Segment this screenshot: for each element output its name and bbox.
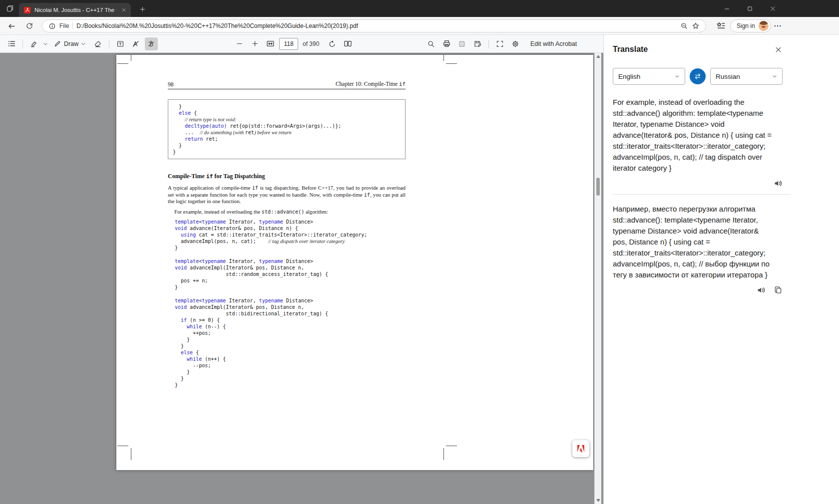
sign-in-button[interactable]: Sign in <box>730 19 771 32</box>
close-icon <box>775 46 782 53</box>
boxed-code-listing: } else { // return type is not void: dec… <box>168 99 406 159</box>
maximize-button[interactable] <box>738 0 761 17</box>
pdf-viewer[interactable]: 98 Chapter 10: Compile-Time if } else { … <box>0 53 603 504</box>
minus-icon <box>236 40 243 47</box>
page-info-icon[interactable] <box>48 22 56 30</box>
page-number: 98 <box>168 81 174 87</box>
close-icon <box>770 5 776 12</box>
minimize-button[interactable] <box>715 0 738 17</box>
fit-width-button[interactable] <box>264 37 277 50</box>
chapter-title: Chapter 10: Compile-Time if <box>336 81 406 87</box>
vertical-scrollbar[interactable] <box>594 53 601 504</box>
toolbar-divider <box>488 39 489 48</box>
source-language-select[interactable]: English <box>613 68 685 85</box>
eraser-icon <box>94 40 102 48</box>
hide-text-button[interactable] <box>129 37 142 50</box>
target-language-select[interactable]: Russian <box>710 68 783 85</box>
window-controls <box>715 0 784 17</box>
open-in-acrobat-button[interactable] <box>572 440 589 457</box>
source-language-value: English <box>618 73 640 80</box>
two-page-view-icon <box>344 39 352 48</box>
fullscreen-button[interactable] <box>493 37 506 50</box>
copy-translation-button[interactable] <box>774 285 783 294</box>
tab-close-icon[interactable] <box>120 6 128 14</box>
minimize-icon <box>724 5 730 12</box>
translate-page-button[interactable] <box>145 37 158 50</box>
zoom-level-icon[interactable] <box>680 22 688 30</box>
address-bar: File D:/Books/Nicolai%20M.%20Josuttis%20… <box>0 17 839 35</box>
code-listing-advance: template<typename Iterator, typename Dis… <box>175 219 406 251</box>
draw-button[interactable]: Draw <box>50 37 89 50</box>
file-scheme-label: File <box>59 22 69 29</box>
save-as-button[interactable] <box>471 37 484 50</box>
favorite-star-icon[interactable] <box>692 22 700 30</box>
highlight-button[interactable] <box>27 37 40 50</box>
url-text: D:/Books/Nicolai%20M.%20Josuttis%20-%20C… <box>76 22 677 29</box>
more-menu-icon <box>773 21 782 30</box>
back-arrow-icon <box>7 22 16 30</box>
target-language-value: Russian <box>716 73 740 80</box>
close-window-button[interactable] <box>761 0 784 17</box>
search-button[interactable] <box>424 37 437 50</box>
toc-button[interactable] <box>5 37 18 50</box>
settings-button[interactable] <box>509 37 522 50</box>
active-tab[interactable]: Nicolai M. Josuttis - C++17 The C <box>19 3 131 17</box>
crop-mark <box>446 63 457 64</box>
page-number-input[interactable] <box>279 38 298 50</box>
header-rule <box>168 89 406 89</box>
scroll-up-icon[interactable] <box>596 55 600 58</box>
print-icon <box>442 39 451 48</box>
back-button[interactable] <box>6 21 17 31</box>
plus-icon <box>251 40 259 47</box>
settings-menu-button[interactable] <box>773 21 783 30</box>
maximize-icon <box>747 5 753 12</box>
panel-close-button[interactable] <box>774 45 783 54</box>
section-heading: Compile-Time if for Tag Dispatching <box>168 173 406 180</box>
crop-mark <box>443 448 444 460</box>
tab-actions-button[interactable] <box>5 3 15 13</box>
zoom-in-button[interactable] <box>248 37 261 50</box>
chevron-down-icon[interactable] <box>43 41 48 46</box>
edit-with-acrobat-button[interactable]: Edit with Acrobat <box>530 40 577 47</box>
tab-strip: Nicolai M. Josuttis - C++17 The C <box>0 0 839 17</box>
toolbar-divider <box>22 39 23 48</box>
swap-languages-button[interactable] <box>690 68 706 84</box>
refresh-button[interactable] <box>24 21 35 31</box>
read-aloud-translation-button[interactable] <box>756 285 766 295</box>
swap-icon <box>694 72 702 80</box>
pen-icon <box>53 40 61 48</box>
rotate-button[interactable] <box>326 37 339 50</box>
draw-label: Draw <box>64 40 78 47</box>
page-count-label: of 390 <box>303 40 319 47</box>
tab-title: Nicolai M. Josuttis - C++17 The C <box>34 7 116 13</box>
address-field[interactable]: File D:/Books/Nicolai%20M.%20Josuttis%20… <box>42 19 706 32</box>
print-button[interactable] <box>440 37 453 50</box>
save-icon <box>458 40 466 48</box>
pdf-toolbar: Draw <box>0 35 603 53</box>
body-paragraph: A typical application of compile-time if… <box>168 185 406 205</box>
add-text-button[interactable] <box>114 37 127 50</box>
pdf-file-icon <box>23 6 31 14</box>
running-header: 98 Chapter 10: Compile-Time if <box>168 55 406 87</box>
code-listing-random-access: template<typename Iterator, typename Dis… <box>175 258 406 290</box>
omnibox-divider <box>72 22 73 29</box>
translated-text: Например, вместо перегрузки алгоритма st… <box>613 204 774 280</box>
read-aloud-source-button[interactable] <box>773 179 783 188</box>
refresh-icon <box>25 22 33 30</box>
save-button[interactable] <box>455 37 468 50</box>
search-icon <box>427 40 435 48</box>
rotate-icon <box>328 40 336 48</box>
scrollbar-thumb[interactable] <box>596 178 600 196</box>
favorites-hub-icon <box>716 21 726 30</box>
gear-icon <box>511 40 519 48</box>
text-slash-icon <box>132 40 140 48</box>
page-view-button[interactable] <box>341 37 354 50</box>
crop-mark <box>117 63 128 64</box>
favorites-hub-button[interactable] <box>716 21 726 31</box>
zoom-out-button[interactable] <box>233 37 246 50</box>
scroll-down-icon[interactable] <box>596 499 600 502</box>
new-tab-button[interactable] <box>138 4 147 13</box>
highlighter-icon <box>30 40 38 48</box>
book-content: 98 Chapter 10: Compile-Time if } else { … <box>168 55 406 388</box>
eraser-button[interactable] <box>91 37 104 50</box>
